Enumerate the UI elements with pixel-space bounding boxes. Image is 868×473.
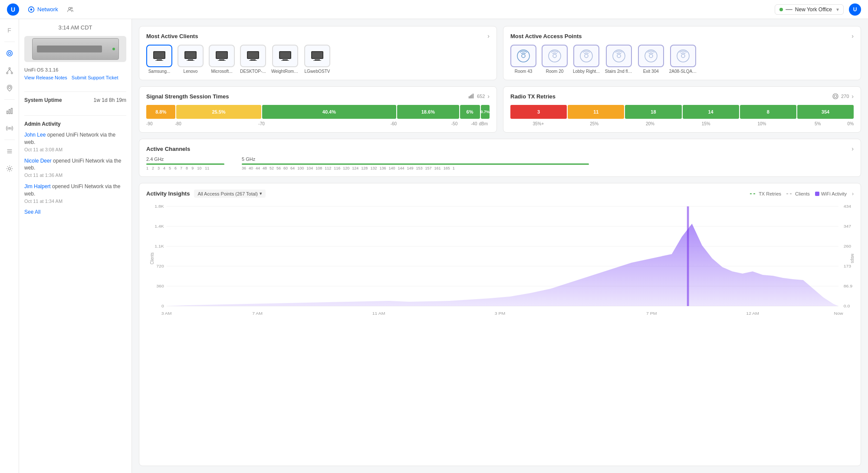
ap-item-0[interactable]: Room 43 [510,45,536,74]
site-dash-icon [786,9,792,10]
svg-point-60 [833,94,838,99]
ap-item-2[interactable]: Lobby Right... [573,45,600,74]
ap-item-3[interactable]: Stairs 2nd floor [605,45,633,74]
activity-user-0[interactable]: John Lee [24,132,46,138]
submit-ticket-link[interactable]: Submit Support Ticket [72,75,118,80]
legend-wifi-icon [815,192,819,196]
client-item-3[interactable]: DESKTOP-... [240,45,266,74]
activity-insights-card: Activity Insights All Access Points (267… [139,183,861,466]
clients-row: Samsung... Lenovo Microsoft... [146,45,490,74]
svg-point-55 [681,54,685,58]
svg-point-15 [9,127,10,129]
client-item-2[interactable]: Microsoft... [209,45,235,74]
channels-arrow[interactable]: › [852,145,854,152]
retry-seg-4: 8 [740,105,796,119]
svg-text:1.8K: 1.8K [155,204,164,209]
site-status-dot [779,8,783,11]
sidebar-icon-list[interactable] [3,144,16,158]
ap-item-5[interactable]: 2A08-SLQA-... [669,45,697,74]
signal-seg-4: 6% [460,105,480,119]
sidebar-icon-home[interactable]: F [3,23,16,37]
signal-arrow[interactable]: › [487,93,490,100]
insights-selector[interactable]: All Access Points (267 Total) ▾ [194,189,266,198]
svg-rect-27 [187,60,194,61]
svg-rect-13 [9,109,10,114]
client-item-0[interactable]: Samsung... [146,45,172,74]
sidebar-icon-network[interactable] [3,46,16,60]
svg-rect-59 [473,94,473,98]
svg-text:1.1K: 1.1K [155,244,164,248]
legend-wifi-label: WiFi Activity [821,191,847,196]
client-icon-2 [209,45,235,67]
network-label: Network [37,6,58,13]
radio-arrow[interactable]: › [852,93,854,100]
sidebar-icon-settings[interactable] [3,162,16,176]
users-nav-item[interactable] [67,6,74,13]
svg-text:11 AM: 11 AM [372,311,385,316]
sidebar-icon-location[interactable] [3,81,16,95]
activity-user-1[interactable]: Nicole Deer [24,158,52,164]
clients-card-title: Most Active Clients [146,33,198,39]
clients-card-header: Most Active Clients › [146,33,490,39]
sidebar-icon-stats[interactable] [3,104,16,118]
site-selector[interactable]: New York Office ▾ [775,4,844,15]
activity-time-2: Oct 11 at 1:34 AM [24,199,126,204]
ap-card-header: Most Active Access Points › [510,33,854,39]
chart-area: 1.8K 1.4K 1.1K 720 360 0 Clients 434 347… [146,202,854,323]
view-release-notes-link[interactable]: View Release Notes [24,75,67,80]
left-panel: 3:14 AM CDT UniFi OS 3.1.16 View Release… [19,19,132,473]
site-name: New York Office [795,7,832,13]
retry-seg-1: 11 [568,105,624,119]
svg-text:7 AM: 7 AM [252,311,263,316]
client-item-4[interactable]: WeightRomOf... [271,45,299,74]
see-all-link[interactable]: See All [24,209,126,215]
client-label-2: Microsoft... [211,69,233,74]
legend-wifi-activity: WiFi Activity [815,191,847,196]
ap-label-0: Room 43 [515,69,533,74]
svg-point-47 [553,54,556,58]
sidebar-icon-topology[interactable] [3,64,16,78]
clients-card-arrow[interactable]: › [487,33,490,39]
svg-point-53 [649,54,653,58]
logo[interactable]: U [7,3,19,16]
svg-text:3 PM: 3 PM [495,311,505,316]
network-nav-item[interactable]: Network [28,6,58,13]
svg-text:720: 720 [156,264,164,268]
sidebar-icon-radio[interactable] [3,121,16,135]
svg-point-2 [69,7,71,10]
ap-label-3: Stairs 2nd floor [605,69,633,74]
svg-line-9 [7,69,9,72]
svg-text:1.4K: 1.4K [155,224,164,228]
client-icon-1 [178,45,204,67]
client-label-0: Samsung... [148,69,171,74]
panel-links: View Release Notes Submit Support Ticket [24,75,126,80]
ap-card-arrow[interactable]: › [852,33,854,39]
ap-item-1[interactable]: Room 20 [542,45,568,74]
svg-rect-37 [280,52,290,58]
svg-text:86.9: 86.9 [844,284,852,288]
ap-item-4[interactable]: Exit 304 [638,45,664,74]
topnav-right: New York Office ▾ U [775,3,861,16]
svg-text:Clients: Clients [150,252,155,264]
divider-2 [24,115,126,116]
channels-content: 2.4 GHz 1 2 3 4 5 6 7 8 9 10 [146,157,854,170]
client-icon-5 [304,45,330,67]
signal-strength-card: Signal Strength Session Times 652 › 8.8%… [139,86,497,133]
client-label-4: WeightRomOf... [271,69,299,74]
most-active-ap-card: Most Active Access Points › Room 43 [503,26,861,80]
radio-count: 270 [841,94,849,99]
retry-seg-3: 14 [683,105,739,119]
site-chevron-icon: ▾ [836,7,839,13]
user-avatar[interactable]: U [849,3,861,16]
signal-seg-1: 25.5% [176,105,261,119]
ap-label-1: Room 20 [546,69,564,74]
insights-card-arrow[interactable]: › [852,191,854,197]
signal-seg-5: 0.7% [481,105,490,119]
client-item-5[interactable]: LGwebOSTV [304,45,330,74]
band-24-channels [146,163,224,165]
svg-text:12 AM: 12 AM [746,311,759,316]
signal-count: 652 [477,94,485,99]
svg-rect-29 [217,52,227,58]
client-item-1[interactable]: Lenovo [178,45,204,74]
activity-user-2[interactable]: Jim Halpert [24,183,51,189]
